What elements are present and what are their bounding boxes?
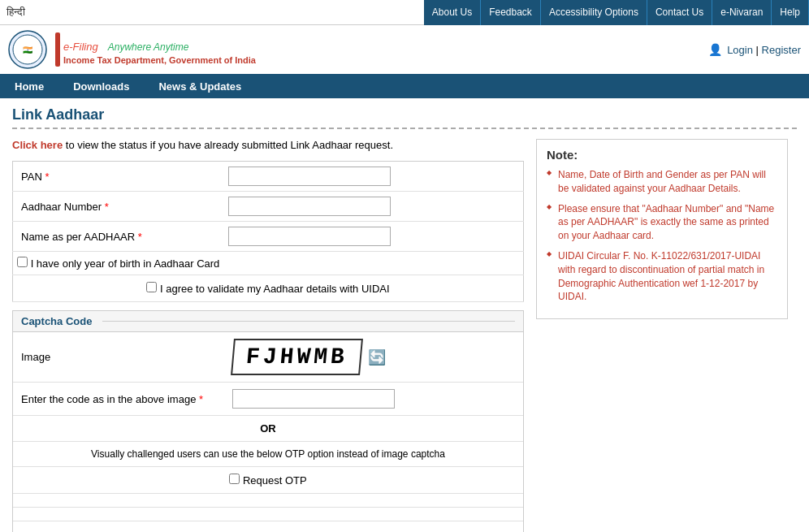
login-register: Login | Register	[727, 44, 801, 56]
aadhaar-required: *	[105, 201, 109, 213]
user-icon: 👤	[708, 43, 722, 56]
birth-year-cell: I have only year of birth in Aadhaar Car…	[13, 252, 524, 275]
captcha-code-label: Enter the code as in the above image *	[13, 383, 224, 416]
svg-text:🇮🇳: 🇮🇳	[23, 45, 33, 55]
aadhaar-input-cell	[224, 192, 524, 222]
captcha-title: Captcha Code	[21, 315, 92, 327]
nav-home[interactable]: Home	[0, 74, 58, 98]
pan-input[interactable]	[228, 167, 391, 186]
note-box: Note: Name, Date of Birth and Gender as …	[536, 139, 788, 319]
or-cell: OR	[13, 416, 523, 442]
nav-help[interactable]: Help	[772, 0, 809, 25]
otp-info-cell: Visually challenged users can use the be…	[13, 442, 523, 467]
captcha-code-input-cell	[224, 383, 523, 416]
form-area: Click here to view the status if you hav…	[12, 139, 524, 532]
header-logo: 🇮🇳 e-Filing Anywhere Anytime Income Tax …	[8, 30, 256, 69]
note-title: Note:	[547, 148, 777, 162]
request-otp-label: Request OTP	[243, 474, 307, 487]
name-label: Name as per AADHAAR *	[13, 222, 224, 252]
birth-year-row: I have only year of birth in Aadhaar Car…	[13, 252, 524, 275]
nav-enivaran[interactable]: e-Nivaran	[712, 0, 772, 25]
emblem-logo: 🇮🇳	[8, 30, 47, 69]
logo-text: e-Filing Anywhere Anytime Income Tax Dep…	[63, 34, 256, 65]
form-table: PAN * Aadhaar Number * Nam	[12, 161, 524, 302]
efiling-brand: e-Filing Anywhere Anytime	[63, 34, 256, 55]
note-item-2: Please ensure that "Aadhaar Number" and …	[547, 202, 777, 243]
captcha-image-row: Image FJHWMB 🔄	[13, 332, 523, 383]
or-row: OR	[13, 416, 523, 442]
spacer-2	[13, 508, 523, 521]
captcha-header: Captcha Code	[13, 311, 523, 332]
captcha-code-row: Enter the code as in the above image *	[13, 383, 523, 416]
header: 🇮🇳 e-Filing Anywhere Anytime Income Tax …	[0, 25, 809, 74]
register-link[interactable]: Register	[762, 44, 801, 56]
main-nav: Home Downloads News & Updates	[0, 74, 809, 98]
nav-news[interactable]: News & Updates	[144, 74, 256, 98]
note-item-1: Name, Date of Birth and Gender as per PA…	[547, 168, 777, 196]
separator: |	[756, 44, 762, 56]
name-required: *	[138, 231, 142, 243]
header-right: 👤 Login | Register	[708, 43, 801, 56]
aadhaar-label: Aadhaar Number *	[13, 192, 224, 222]
pan-label: PAN *	[13, 162, 224, 192]
aadhaar-row: Aadhaar Number *	[13, 192, 524, 222]
captcha-image-label: Image	[13, 332, 224, 383]
hindi-link[interactable]: हिन्दी	[6, 6, 25, 19]
name-row: Name as per AADHAAR *	[13, 222, 524, 252]
nav-downloads[interactable]: Downloads	[58, 74, 144, 98]
captcha-input[interactable]	[232, 389, 395, 409]
name-input[interactable]	[228, 227, 391, 246]
efiling-label: e-Filing	[63, 41, 98, 53]
note-item-3: UIDAI Circular F. No. K-11022/631/2017-U…	[547, 249, 777, 304]
refresh-icon[interactable]: 🔄	[368, 348, 386, 366]
nav-feedback[interactable]: Feedback	[481, 0, 541, 25]
pan-row: PAN *	[13, 162, 524, 192]
birth-year-checkbox[interactable]	[17, 257, 28, 267]
otp-checkbox-cell: Request OTP	[13, 467, 523, 494]
captcha-display: FJHWMB	[231, 339, 363, 375]
page-content: Link Aadhaar Click here to view the stat…	[0, 98, 809, 532]
click-here-suffix: to view the status if you have already s…	[63, 139, 393, 151]
spacer-1	[13, 494, 523, 508]
captcha-section: Captcha Code Image FJHWMB 🔄	[12, 310, 524, 532]
captcha-image-cell: FJHWMB 🔄	[224, 332, 523, 383]
main-layout: Click here to view the status if you hav…	[12, 139, 797, 532]
nav-about-us[interactable]: About Us	[424, 0, 481, 25]
code-required: *	[199, 393, 203, 405]
captcha-table: Image FJHWMB 🔄 Enter the code as in the …	[13, 332, 523, 532]
tagline: Anywhere Anytime	[108, 41, 189, 53]
captcha-image-container: FJHWMB 🔄	[232, 339, 386, 375]
otp-checkbox-row: Request OTP	[13, 467, 523, 494]
pan-input-cell	[224, 162, 524, 192]
top-bar-left: हिन्दी	[0, 6, 424, 19]
otp-info-row: Visually challenged users can use the be…	[13, 442, 523, 467]
top-bar: हिन्दी About Us Feedback Accessibility O…	[0, 0, 809, 25]
pan-required: *	[45, 171, 49, 183]
request-otp-checkbox[interactable]	[229, 474, 240, 484]
login-link[interactable]: Login	[727, 44, 753, 56]
top-nav: About Us Feedback Accessibility Options …	[424, 0, 809, 25]
click-here-info: Click here to view the status if you hav…	[12, 139, 524, 151]
click-here-link[interactable]: Click here	[12, 139, 63, 151]
uidai-cell: I agree to validate my Aadhaar details w…	[13, 275, 524, 302]
header-subtitle: Income Tax Department, Government of Ind…	[63, 55, 256, 65]
aadhaar-input[interactable]	[228, 197, 391, 216]
spacer-3	[13, 521, 523, 533]
uidai-label: I agree to validate my Aadhaar details w…	[160, 283, 390, 295]
page-title: Link Aadhaar	[12, 106, 797, 129]
birth-year-label: I have only year of birth in Aadhaar Car…	[31, 257, 220, 270]
nav-contact-us[interactable]: Contact Us	[647, 0, 712, 25]
name-input-cell	[224, 222, 524, 252]
uidai-checkbox[interactable]	[146, 282, 157, 292]
note-area: Note: Name, Date of Birth and Gender as …	[536, 139, 788, 532]
uidai-row: I agree to validate my Aadhaar details w…	[13, 275, 524, 302]
note-list: Name, Date of Birth and Gender as per PA…	[547, 168, 777, 304]
nav-accessibility[interactable]: Accessibility Options	[541, 0, 647, 25]
